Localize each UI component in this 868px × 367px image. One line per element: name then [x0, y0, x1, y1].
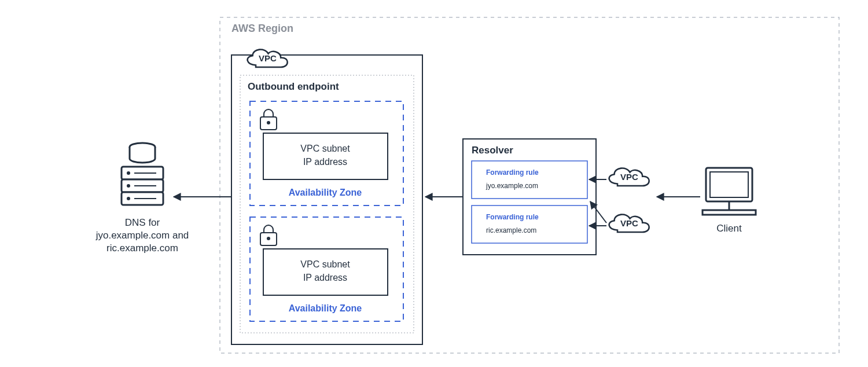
client-icon: Client [703, 168, 756, 234]
vpc-cloud-1: VPC [609, 168, 649, 186]
az2-ip-line2: IP address [303, 273, 347, 282]
az2-label: Availability Zone [289, 303, 362, 313]
dns-line1: DNS for [125, 217, 160, 228]
az1-label: Availability Zone [289, 188, 362, 197]
svg-point-23 [127, 184, 130, 188]
svg-rect-13 [472, 205, 587, 243]
resolver-label: Resolver [472, 145, 513, 156]
resolver-box: Resolver Forwarding rule jyo.example.com… [463, 139, 596, 255]
svg-rect-14 [706, 168, 752, 201]
dns-server-icon [122, 143, 163, 205]
diagram-canvas: AWS Region VPC Outbound endpoint VPC sub… [0, 0, 868, 367]
svg-rect-1 [231, 55, 422, 344]
svg-rect-12 [472, 161, 587, 199]
forwarding-rule-2: Forwarding rule ric.example.com [472, 205, 587, 243]
dns-line3: ric.example.com [106, 243, 178, 254]
client-label: Client [716, 223, 742, 234]
svg-rect-10 [263, 249, 388, 295]
outbound-endpoint-label: Outbound endpoint [248, 81, 339, 92]
az2-ip-line1: VPC subnet [300, 259, 350, 269]
svg-point-20 [127, 171, 130, 175]
vpc-cloud-1-label: VPC [620, 172, 638, 182]
vpc-cloud-2: VPC [609, 215, 649, 232]
svg-point-5 [267, 121, 270, 124]
az1-ip-line1: VPC subnet [300, 144, 350, 153]
svg-rect-6 [263, 133, 388, 179]
rule1-domain: jyo.example.com [486, 182, 538, 190]
rule2-domain: ric.example.com [486, 226, 536, 234]
svg-point-26 [127, 197, 130, 200]
svg-rect-16 [703, 210, 756, 215]
vpc-cloud-icon: VPC [248, 50, 288, 67]
svg-point-9 [267, 237, 270, 240]
rule2-title: Forwarding rule [486, 213, 539, 221]
az1-ip-line2: IP address [303, 157, 347, 167]
vpc-cloud-label: VPC [259, 53, 277, 63]
aws-region-label: AWS Region [231, 23, 293, 34]
rule1-title: Forwarding rule [486, 168, 539, 177]
vpc-cloud-2-label: VPC [620, 218, 638, 228]
dns-line2: jyo.example.com and [95, 230, 189, 241]
forwarding-rule-1: Forwarding rule jyo.example.com [472, 161, 587, 199]
